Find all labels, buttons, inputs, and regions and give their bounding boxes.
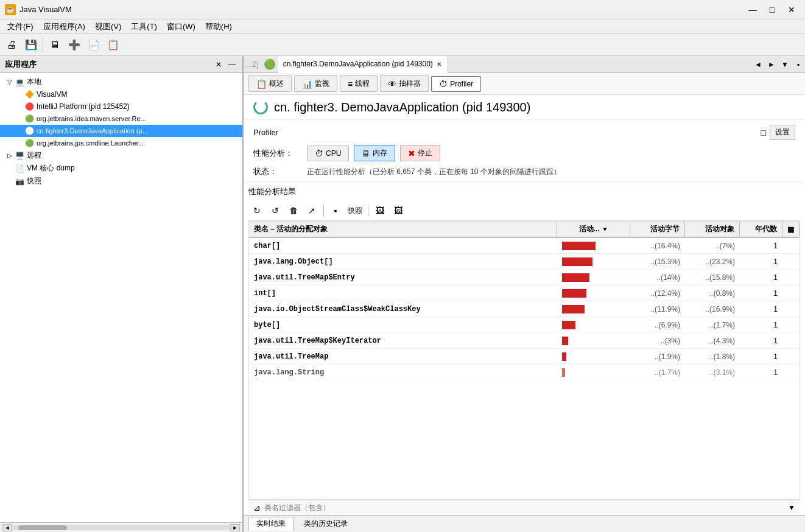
row-activity-1 xyxy=(557,256,630,267)
table-row[interactable]: byte[] ..(6.9%) ..(1.7%) 1 xyxy=(249,317,800,333)
row-bytes-2: ..(14%) xyxy=(630,272,685,283)
activity-bar-4 xyxy=(562,305,585,313)
memory-button[interactable]: 🖥 内存 xyxy=(354,145,395,161)
tab-threads[interactable]: ≡ 线程 xyxy=(340,75,378,92)
menu-tools[interactable]: 工具(T) xyxy=(126,20,162,33)
th-activity[interactable]: 活动... ▼ xyxy=(557,222,630,237)
stop-button[interactable]: ✖ 停止 xyxy=(400,145,440,161)
right-panel: ...2) 🟢 cn.fighter3.DemoJavaApplication … xyxy=(244,56,805,532)
toolbar-add-remote-btn[interactable]: 🖥 xyxy=(46,37,64,54)
cpu-button[interactable]: ⏱ CPU xyxy=(307,145,349,161)
tab-monitor[interactable]: 📊 监视 xyxy=(294,75,337,92)
row-calc-6 xyxy=(782,340,800,342)
toolbar-save-btn[interactable]: 💾 xyxy=(22,37,40,54)
result-btn-delete[interactable]: 🗑 xyxy=(285,203,302,218)
tab-realtime[interactable]: 实时结果 xyxy=(248,517,294,531)
row-gen-1: 1 xyxy=(740,256,782,267)
status-text: 正在运行性能分析（已分析 6,657 个类，正在按每 10 个对象的间隔进行跟踪… xyxy=(307,167,561,177)
toolbar-new-btn[interactable]: 🖨 xyxy=(2,37,21,54)
table-row[interactable]: java.lang.Object[] ..(15.3%) ..(23.2%) 1 xyxy=(249,254,800,270)
realtime-label: 实时结果 xyxy=(256,519,286,528)
perf-analysis-label: 性能分析： xyxy=(253,148,302,159)
th-name[interactable]: 类名 – 活动的分配对象 xyxy=(249,222,557,237)
result-btn-img1[interactable]: 🖼 xyxy=(371,203,388,218)
result-btn-1[interactable]: ↻ xyxy=(248,203,265,218)
table-row[interactable]: java.lang.String ..(1.7%) ..(3.1%) 1 xyxy=(249,365,800,380)
tree-fighter[interactable]: 🟢 cn.fighter3.DemoJavaApplication (p... xyxy=(0,125,242,137)
table-row[interactable]: java.util.TreeMap$KeyIterator ..(3%) ..(… xyxy=(249,333,800,349)
scrollbar-thumb-h[interactable] xyxy=(18,525,67,530)
left-panel-close[interactable]: ✕ xyxy=(213,59,224,70)
menu-file[interactable]: 文件(F) xyxy=(2,20,38,33)
tab-close-btn[interactable]: ✕ xyxy=(435,60,443,68)
th-calc[interactable]: ▦ xyxy=(782,223,800,236)
scroll-left-btn[interactable]: ◄ xyxy=(2,524,12,531)
tab-nav-next[interactable]: ► xyxy=(765,56,778,73)
tree-intellij[interactable]: 🔴 IntelliJ Platform (pid 125452) xyxy=(0,100,242,113)
row-name-1: java.lang.Object[] xyxy=(249,256,557,267)
th-gen[interactable]: 年代数 xyxy=(740,222,782,237)
menu-app[interactable]: 应用程序(A) xyxy=(38,20,90,33)
row-bytes-4: ..(11.9%) xyxy=(630,304,685,315)
perf-analysis-row: 性能分析： ⏱ CPU 🖥 内存 ✖ 停止 xyxy=(253,145,795,161)
tree-launcher[interactable]: 🟢 org.jetbrains.jps.cmdline.Launcher... xyxy=(0,137,242,149)
filter-input[interactable] xyxy=(264,503,788,512)
tab-profiler[interactable]: ⏱ Profiler xyxy=(431,76,481,92)
threads-icon: ≡ xyxy=(348,79,353,89)
scroll-right-btn[interactable]: ► xyxy=(230,524,240,531)
row-bytes-7: ..(1.9%) xyxy=(630,351,685,362)
left-panel-minimize[interactable]: — xyxy=(227,59,237,70)
monitor-icon: 📊 xyxy=(302,79,312,89)
result-btn-export[interactable]: ↗ xyxy=(303,203,320,218)
tab-sampler[interactable]: 👁 抽样器 xyxy=(380,75,429,92)
tab-nav-down[interactable]: ▼ xyxy=(778,56,792,73)
tab-overview[interactable]: 📋 概述 xyxy=(248,75,292,92)
tree-snapshot[interactable]: 📷 快照 xyxy=(0,175,242,187)
table-row[interactable]: java.util.TreeMap ..(1.9%) ..(1.8%) 1 xyxy=(249,349,800,365)
toolbar-add-btn[interactable]: ➕ xyxy=(65,37,83,54)
tree-maven[interactable]: 🟢 org.jetbrains.idea.maven.server.Re... xyxy=(0,113,242,125)
tree-toggle-remote[interactable]: ▷ xyxy=(5,151,15,161)
tab-nav-prev[interactable]: ◄ xyxy=(751,56,765,73)
threads-label: 线程 xyxy=(355,79,370,89)
activity-bar-5 xyxy=(562,321,575,329)
result-btn-2[interactable]: ↺ xyxy=(267,203,284,218)
left-panel-scrollbar: ◄ ► xyxy=(0,522,242,532)
tab-history[interactable]: 类的历史记录 xyxy=(296,517,356,531)
toolbar-config-btn[interactable]: 📋 xyxy=(104,37,122,54)
main-tab[interactable]: cn.fighter3.DemoJavaApplication (pid 149… xyxy=(278,56,448,73)
profiler-tabs: 📋 概述 📊 监视 ≡ 线程 👁 抽样器 ⏱ Profiler xyxy=(244,73,805,95)
tab-nav-restore[interactable]: ▪ xyxy=(792,56,805,73)
toolbar-remove-btn[interactable]: 📄 xyxy=(85,37,103,54)
table-row[interactable]: java.io.ObjectStreamClass$WeakClassKey .… xyxy=(249,301,800,317)
tree-toggle-local[interactable]: ▽ xyxy=(5,77,15,87)
row-name-2: java.util.TreeMap$Entry xyxy=(249,272,557,283)
tree-remote[interactable]: ▷ 🖥️ 远程 xyxy=(0,149,242,162)
th-objects[interactable]: 活动对象 xyxy=(685,222,740,237)
row-name-5: byte[] xyxy=(249,320,557,331)
table-row[interactable]: int[] ..(12.4%) ..(0.8%) 1 xyxy=(249,285,800,301)
maximize-button[interactable]: □ xyxy=(764,3,781,16)
tree-vm-dump[interactable]: 📄 VM 核心 dump xyxy=(0,162,242,175)
menu-window[interactable]: 窗口(W) xyxy=(162,20,200,33)
row-bytes-1: ..(15.3%) xyxy=(630,256,685,267)
tree-local[interactable]: ▽ 💻 本地 xyxy=(0,75,242,88)
filter-chevron-icon[interactable]: ▼ xyxy=(788,503,795,512)
filter-icon: ⊿ xyxy=(253,503,261,513)
menu-help[interactable]: 帮助(H) xyxy=(200,20,237,33)
results-header: 性能分析结果 xyxy=(248,183,800,201)
minimize-button[interactable]: — xyxy=(744,3,761,16)
settings-button[interactable]: 设置 xyxy=(770,125,795,140)
table-row[interactable]: java.util.TreeMap$Entry ..(14%) ..(15.8%… xyxy=(249,270,800,285)
app-title-row: cn. fighter3. DemoJavaApplication (pid 1… xyxy=(244,95,805,120)
remote-icon: 🖥️ xyxy=(15,151,24,161)
menu-view[interactable]: 视图(V) xyxy=(90,20,126,33)
result-btn-img2[interactable]: 🖼 xyxy=(390,203,407,218)
th-bytes[interactable]: 活动字节 xyxy=(630,222,685,237)
tree-visualvm[interactable]: 🔶 VisualVM xyxy=(0,88,242,100)
table-row[interactable]: char[] ..(16.4%) ..(7%) 1 xyxy=(249,238,800,254)
row-calc-4 xyxy=(782,308,800,310)
cpu-icon: ⏱ xyxy=(315,149,323,158)
close-button[interactable]: ✕ xyxy=(783,3,800,16)
result-btn-window[interactable]: ▪ xyxy=(327,203,344,218)
